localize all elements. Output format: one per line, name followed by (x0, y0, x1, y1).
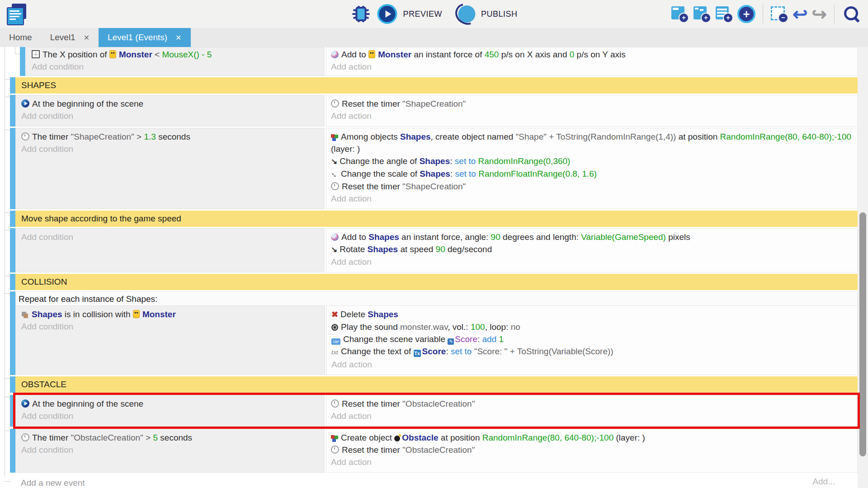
preview-label[interactable]: PREVIEW (403, 9, 442, 19)
action-line[interactable]: Add to Monster an instant force of 450 p… (331, 48, 853, 61)
conditions-column[interactable]: The timer "ObstacleCreation" > 5 seconds… (15, 429, 325, 473)
delete-selection-icon[interactable]: − (770, 5, 788, 23)
vertical-scrollbar[interactable] (858, 47, 868, 488)
action-line[interactable]: Reset the timer "ObstacleCreation" (331, 444, 853, 456)
action-line[interactable]: Among objects Shapes, create object name… (331, 131, 853, 155)
group-header-obstacle[interactable]: OBSTACLE (15, 376, 858, 393)
add-action-button[interactable]: Add action (331, 192, 853, 205)
actions-column[interactable]: Among objects Shapes, create object name… (326, 128, 858, 209)
group-row-obstacle: OBSTACLE (0, 376, 858, 393)
event-rows: The X position of Monster < MouseX() - 5… (0, 47, 858, 488)
add-condition-button[interactable]: Add condition (21, 110, 320, 122)
action-line[interactable]: txtChange the text of TxScore: set to "S… (331, 345, 853, 358)
close-icon[interactable]: ✕ (175, 33, 181, 42)
add-condition-button[interactable]: Add condition (21, 231, 320, 243)
actions-column[interactable]: ✖Delete Shapes Play the sound monster.wa… (326, 305, 857, 375)
action-line[interactable]: ↔Change the scale of Shapes: set to Rand… (331, 168, 853, 180)
publish-globe-icon[interactable] (458, 5, 475, 23)
conditions-column[interactable]: Add condition (15, 228, 325, 272)
action-line[interactable]: ✖Delete Shapes (331, 308, 853, 321)
tab-level1-events[interactable]: Level1 (Events)✕ (99, 28, 190, 47)
group-header-move-shape[interactable]: Move shape according to the game speed (15, 211, 858, 227)
action-line[interactable]: ↘Change the angle of Shapes: set to Rand… (331, 155, 853, 168)
group-header-shapes[interactable]: SHAPES (15, 77, 858, 94)
event-selection-bar[interactable] (10, 211, 15, 227)
monster-object-icon (109, 50, 116, 58)
conditions-column[interactable]: The X position of Monster < MouseX() - 5… (26, 47, 325, 76)
actions-column[interactable]: Reset the timer "ObstacleCreation" Add a… (326, 395, 858, 427)
actions-column[interactable]: Add to Shapes an instant force, angle: 9… (326, 228, 858, 272)
foreach-header[interactable]: Repeat for each instance of Shapes: (16, 292, 857, 305)
action-line[interactable]: Play the sound monster.wav, vol.: 100, l… (331, 321, 853, 333)
scrollbar-thumb[interactable] (859, 212, 866, 456)
event-row-scene-start-shapes: At the beginning of the scene Add condit… (0, 95, 858, 127)
actions-column[interactable]: Reset the timer "ShapeCreation" Add acti… (326, 95, 858, 127)
publish-label[interactable]: PUBLISH (481, 9, 518, 19)
conditions-column[interactable]: At the beginning of the scene Add condit… (15, 95, 325, 127)
tab-level1-scene[interactable]: Level1✕ (41, 28, 99, 47)
add-new-event-button[interactable]: Add a new event (21, 477, 85, 488)
add-condition-button[interactable]: Add condition (21, 410, 320, 422)
text-object-icon: Tx (414, 350, 421, 357)
condition-line[interactable]: Shapes is in collision with Monster (21, 308, 320, 320)
undo-icon[interactable]: ↩ (793, 5, 808, 23)
action-line[interactable]: Create object Obstacle at position Rando… (331, 432, 853, 444)
add-more-button[interactable]: Add... (812, 477, 835, 487)
search-icon[interactable] (842, 5, 861, 23)
action-line[interactable]: Reset the timer "ObstacleCreation" (331, 398, 853, 410)
action-line[interactable]: ↘Rotate Shapes at speed 90 deg/second (331, 243, 853, 256)
condition-line[interactable]: The X position of Monster < MouseX() - 5 (32, 48, 320, 61)
add-action-button[interactable]: Add action (331, 61, 853, 73)
action-line[interactable]: Reset the timer "ShapeCreation" (331, 98, 853, 110)
preview-play-icon[interactable] (377, 4, 397, 24)
add-condition-button[interactable]: Add condition (21, 143, 320, 155)
group-header-collision[interactable]: COLLISION (15, 274, 858, 290)
group-title: SHAPES (21, 80, 56, 90)
close-icon[interactable]: ✕ (84, 33, 90, 42)
add-action-button[interactable]: Add action (331, 110, 853, 122)
action-line[interactable]: Reset the timer "ShapeCreation" (331, 180, 853, 192)
event-selection-bar[interactable] (10, 95, 15, 127)
add-subevent-icon[interactable]: + (693, 5, 711, 23)
add-action-button[interactable]: Add action (331, 358, 853, 371)
add-more-events-icon[interactable]: + (737, 5, 755, 23)
event-selection-bar[interactable] (10, 291, 15, 375)
add-action-button[interactable]: Add action (331, 256, 853, 268)
project-manager-icon[interactable] (5, 3, 28, 25)
event-row-shape-creation-timer: The timer "ShapeCreation" > 1.3 seconds … (0, 128, 858, 209)
event-selection-bar[interactable] (10, 77, 15, 94)
add-comment-icon[interactable]: + (715, 5, 733, 23)
condition-line[interactable]: At the beginning of the scene (21, 398, 320, 410)
event-selection-bar[interactable] (20, 47, 25, 76)
redo-icon[interactable]: ↪ (811, 5, 827, 23)
action-line[interactable]: Add to Shapes an instant force, angle: 9… (331, 231, 853, 243)
force-icon (331, 233, 339, 241)
condition-line[interactable]: The timer "ObstacleCreation" > 5 seconds (21, 432, 320, 444)
event-selection-bar[interactable] (10, 429, 15, 473)
add-action-button[interactable]: Add action (331, 456, 853, 468)
event-selection-bar[interactable] (10, 395, 15, 427)
conditions-column[interactable]: The timer "ShapeCreation" > 1.3 seconds … (15, 128, 325, 209)
highlighted-event[interactable]: At the beginning of the scene Add condit… (15, 395, 858, 427)
minus-badge-icon: − (778, 13, 788, 23)
force-icon (331, 51, 339, 58)
event-selection-bar[interactable] (10, 274, 15, 290)
add-action-button[interactable]: Add action (331, 410, 853, 422)
tab-home-label: Home (9, 33, 32, 42)
condition-line[interactable]: The timer "ShapeCreation" > 1.3 seconds (21, 131, 320, 143)
event-selection-bar[interactable] (10, 228, 15, 272)
event-selection-bar[interactable] (10, 376, 15, 393)
conditions-column[interactable]: Shapes is in collision with Monster Add … (16, 305, 325, 375)
actions-column[interactable]: Add to Monster an instant force of 450 p… (326, 47, 858, 76)
add-condition-button[interactable]: Add condition (32, 61, 320, 73)
debug-icon[interactable] (350, 5, 371, 23)
add-event-icon[interactable]: + (671, 5, 689, 23)
add-condition-button[interactable]: Add condition (21, 444, 320, 456)
conditions-column[interactable]: At the beginning of the scene Add condit… (15, 395, 325, 427)
action-line[interactable]: VarChange the scene variable ✎Score: add… (331, 333, 853, 345)
condition-line[interactable]: At the beginning of the scene (21, 98, 320, 110)
actions-column[interactable]: Create object Obstacle at position Rando… (326, 429, 858, 473)
add-condition-button[interactable]: Add condition (21, 320, 320, 333)
event-selection-bar[interactable] (10, 128, 15, 209)
tab-home[interactable]: Home (0, 28, 41, 47)
